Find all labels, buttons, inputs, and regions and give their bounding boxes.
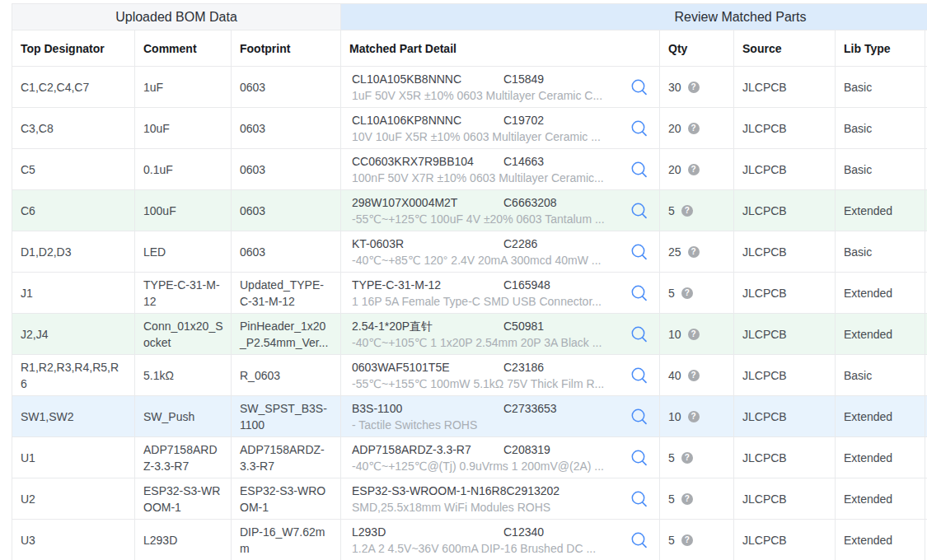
part-number: CC0603KRX7R9BB104 [352,153,503,170]
part-code: C14663 [503,153,544,170]
part-description: -40℃~+105℃ 1 1x20P 2.54mm 20P 3A Black .… [352,334,623,351]
part-description: - Tactile Switches ROHS [352,417,623,433]
cell-matched-part-detail: CC0603KRX7R9BB104C14663100nF 50V X7R ±10… [341,149,660,190]
search-icon[interactable] [630,448,649,468]
part-number: 298W107X0004M2T [352,194,503,211]
qty-value: 5 [668,532,675,548]
part-description: 1uF 50V X5R ±10% 0603 Multilayer Ceramic… [352,87,623,104]
cell-top-designator: C3,C8 [12,108,135,149]
search-icon[interactable] [630,242,649,262]
help-icon[interactable]: ? [681,534,693,546]
part-code: C50981 [503,318,544,334]
cell-source: JLCPCB [734,355,836,396]
help-icon[interactable]: ? [688,246,700,258]
col-header-qty: Qty [660,30,734,67]
qty-value: 20 [668,161,681,178]
cell-lib-type: Extended [836,520,925,560]
help-icon[interactable]: ? [681,452,693,464]
cell-comment: ESP32-S3-WROOM-1 [135,478,232,520]
col-header-matched-part-detail: Matched Part Detail [341,30,660,67]
search-icon[interactable] [630,283,649,303]
table-row: D1,D2,D3LED0603KT-0603RC2286-40℃~+85℃ 12… [12,231,927,273]
search-icon[interactable] [630,160,649,180]
qty-value: 5 [668,491,675,507]
cell-top-designator: C1,C2,C4,C7 [12,67,135,108]
cell-top-designator: U3 [12,520,135,560]
cell-comment: 0.1uF [135,149,232,190]
help-icon[interactable]: ? [681,287,693,299]
cell-lib-type: Extended [836,273,925,314]
cell-qty: 5? [660,478,734,520]
help-icon[interactable]: ? [688,164,700,175]
cell-footprint: ADP7158ARDZ-3.3-R7 [232,437,341,478]
cell-footprint: 0603 [232,149,341,190]
qty-value: 5 [668,203,675,219]
part-code: C208319 [503,441,550,458]
qty-value: 5 [668,285,675,301]
cell-footprint: 0603 [232,190,341,231]
part-number: KT-0603R [352,236,503,252]
search-icon[interactable] [630,407,649,427]
cell-qty: 20? [660,108,734,149]
table-row: U3L293DDIP-16_W7.62mmL293DC123401.2A 2 4… [12,520,927,560]
cell-source: JLCPCB [734,231,836,273]
search-icon[interactable] [630,366,649,385]
search-icon[interactable] [630,119,649,138]
help-icon[interactable]: ? [681,205,693,217]
col-header-top-designator: Top Designator [12,30,135,67]
part-code: C165948 [503,277,550,293]
part-description: 1.2A 2 4.5V~36V 600mA DIP-16 Brushed DC … [352,540,623,557]
help-icon[interactable]: ? [688,123,700,134]
search-icon[interactable] [630,530,649,550]
cell-footprint: ESP32-S3-WROOM-1 [232,478,341,520]
part-detail-text: CL10A105KB8NNNCC158491uF 50V X5R ±10% 06… [352,71,623,104]
part-description: SMD,25.5x18mm WiFi Modules ROHS [352,499,623,516]
part-description: -55℃~+155℃ 100mW 5.1kΩ 75V Thick Film R.… [352,376,623,392]
part-description: -40℃~+125℃@(Tj) 0.9uVrms 1 200mV@(2A) ..… [352,458,623,474]
cell-lib-type: Extended [836,314,925,355]
part-number: ADP7158ARDZ-3.3-R7 [352,441,503,458]
help-icon[interactable]: ? [688,82,700,93]
help-icon[interactable]: ? [681,493,693,505]
search-icon[interactable] [630,201,649,221]
cell-top-designator: U2 [12,478,135,520]
part-description: -55℃~+125℃ 100uF 4V ±20% 0603 Tantalum .… [352,211,623,227]
help-icon[interactable]: ? [688,411,700,422]
part-code: C19702 [503,112,544,128]
cell-footprint: DIP-16_W7.62mm [232,520,341,560]
help-icon[interactable]: ? [688,370,700,381]
cell-lib-type: Extended [836,396,925,437]
cell-footprint: SW_SPST_B3S-1100 [232,396,341,437]
search-icon[interactable] [630,77,649,97]
part-detail-text: ESP32-S3-WROOM-1-N16R8C2913202SMD,25.5x1… [352,483,623,516]
cell-qty: 5? [660,437,734,478]
search-icon[interactable] [630,324,649,344]
part-detail-text: TYPE-C-31-M-12C1659481 16P 5A Female Typ… [352,277,623,310]
cell-qty: 25? [660,231,734,273]
cell-top-designator: C5 [12,149,135,190]
search-icon[interactable] [630,489,649,509]
part-description: 100nF 50V X7R ±10% 0603 Multilayer Ceram… [352,170,623,186]
part-code: C12340 [503,524,544,540]
help-icon[interactable]: ? [688,329,700,340]
table-row: U1ADP7158ARDZ-3.3-R7ADP7158ARDZ-3.3-R7AD… [12,437,927,478]
cell-qty: 5? [660,273,734,314]
cell-footprint: PinHeader_1x20_P2.54mm_Ver... [232,314,341,355]
cell-lib-type: Extended [836,437,925,478]
part-number: 0603WAF5101T5E [352,359,503,376]
cell-source: JLCPCB [734,520,836,560]
cell-matched-part-detail: 2.54-1*20P直针C50981-40℃~+105℃ 1 1x20P 2.5… [341,314,660,355]
cell-comment: TYPE-C-31-M-12 [135,273,232,314]
table-row: C3,C810uF0603CL10A106KP8NNNCC1970210V 10… [12,108,927,149]
cell-source: JLCPCB [734,108,836,149]
table-row: J2,J4Conn_01x20_SocketPinHeader_1x20_P2.… [12,314,927,355]
part-code: C23186 [503,359,544,376]
part-code: C2733653 [503,400,557,417]
column-header-row: Top Designator Comment Footprint Matched… [12,30,927,67]
col-header-lib-type: Lib Type [836,30,925,67]
part-detail-text: 298W107X0004M2TC6663208-55℃~+125℃ 100uF … [352,194,623,227]
cell-matched-part-detail: B3S-1100C2733653- Tactile Switches ROHS [341,396,660,437]
cell-footprint: 0603 [232,108,341,149]
cell-top-designator: D1,D2,D3 [12,231,135,273]
qty-value: 30 [668,79,681,96]
